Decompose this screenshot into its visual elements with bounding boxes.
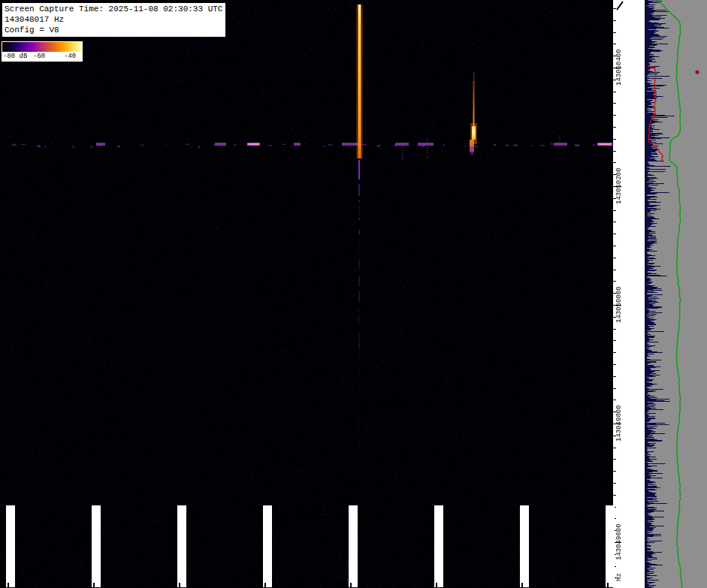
spectrum-graph-panel — [645, 0, 707, 588]
freq-axis-unit-label: Hz — [615, 573, 623, 581]
colorbar-min-label: -80 dB — [3, 52, 27, 61]
freq-axis-label: 143050400 — [615, 50, 623, 86]
colorbar-legend: -80 dB -60 -40 — [2, 41, 83, 62]
colorbar-gradient — [2, 42, 82, 52]
frequency-scale: 1430504001430502001430500001430498001430… — [612, 0, 645, 588]
frequency-text: 143048017 Hz — [5, 14, 222, 25]
colorbar-labels: -80 dB -60 -40 — [2, 52, 82, 61]
colorbar-mid-label: -60 — [33, 52, 45, 61]
freq-axis-label: 143049600 — [615, 524, 623, 561]
capture-info-box: Screen Capture Time: 2025-11-08 02:30:33… — [2, 2, 226, 38]
config-text: Config = V8 — [5, 25, 222, 35]
freq-axis-label: 143050000 — [615, 287, 623, 324]
freq-axis-label: 143050200 — [615, 168, 623, 205]
waterfall-spectrogram — [0, 0, 612, 588]
colorbar-max-label: -40 — [64, 52, 76, 61]
capture-time-text: Screen Capture Time: 2025-11-08 02:30:33… — [5, 4, 222, 14]
freq-axis-label: 143049800 — [615, 406, 623, 442]
spectrum-capture-screen: 1430504001430502001430500001430498001430… — [0, 0, 707, 588]
